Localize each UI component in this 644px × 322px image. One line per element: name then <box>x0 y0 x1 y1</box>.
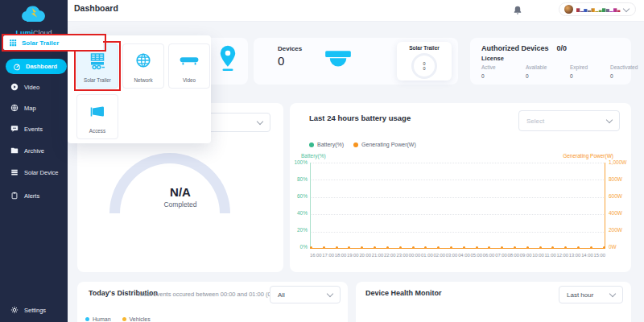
cloud-logo-icon <box>19 5 49 24</box>
sidebar-item-dashboard[interactable]: Dashboard <box>6 59 67 74</box>
health-select[interactable]: Last hour <box>559 286 623 303</box>
license-col-expired: Expired 0 <box>570 64 610 79</box>
sidebar-item-label: Settings <box>24 307 46 314</box>
devices-value: 0 <box>278 54 284 68</box>
sidebar-item-video[interactable]: Video <box>10 81 39 93</box>
x-axis-tick: 17:00 <box>322 253 334 258</box>
left-axis-tick: 100% <box>294 159 308 165</box>
menu-item-access[interactable]: Access <box>76 94 118 139</box>
data-point <box>399 246 402 249</box>
sidebar-item-events[interactable]: Events <box>10 123 43 134</box>
data-point <box>476 246 478 249</box>
legend-dot-orange <box>353 142 358 147</box>
x-axis-tick: 02:00 <box>433 253 445 258</box>
right-axis-tick: 1,000W <box>609 159 626 165</box>
chat-bubble-icon <box>10 125 19 133</box>
sidebar-item-label: Alerts <box>24 192 39 200</box>
data-point <box>348 246 350 249</box>
data-point <box>488 246 490 249</box>
x-axis-tick: 18:00 <box>335 253 347 258</box>
left-axis-tick: 60% <box>297 193 308 199</box>
play-circle-icon <box>10 83 19 91</box>
x-axis-tick: 00:00 <box>409 253 421 258</box>
user-account-menu[interactable]: ▆▂▅▃▆▂▄▆▅▂▆▄ <box>559 2 636 16</box>
sidebar-item-label: Solar Device <box>24 169 59 176</box>
right-axis-tick: 800W <box>609 176 622 182</box>
legend-item-vehicles[interactable]: Vehicles <box>122 316 151 322</box>
menu-item-label: Network <box>134 77 152 83</box>
chevron-down-icon <box>327 291 333 297</box>
gauge-caption: Completed <box>77 200 283 208</box>
legend-item-human[interactable]: Human <box>85 316 111 322</box>
left-axis-tick: 40% <box>297 210 308 216</box>
camera-dome-icon <box>323 50 353 71</box>
x-axis-tick: 03:00 <box>446 253 458 258</box>
chart-plot-area <box>310 163 605 249</box>
sidebar-item-map[interactable]: Map <box>10 102 36 114</box>
list-icon <box>10 168 19 176</box>
data-point <box>526 246 529 249</box>
data-point <box>361 246 363 249</box>
left-axis-tick: 80% <box>297 176 308 182</box>
col-label: Expired <box>570 64 610 70</box>
gridline <box>310 197 605 198</box>
right-axis-tick: 0W <box>609 244 617 250</box>
x-axis-tick: 09:00 <box>520 253 532 258</box>
sidebar-item-solar-device[interactable]: Solar Device <box>10 167 59 178</box>
menu-item-video[interactable]: Video <box>168 43 210 89</box>
left-axis-line <box>310 163 311 249</box>
select-value: All <box>278 291 285 299</box>
app-root: Dashboard ▆▂▅▃▆▂▄▆▅▂▆▄ LumiCloud Solar T… <box>0 0 644 322</box>
left-axis-ticks: 100%80%60%40%20%0% <box>290 159 308 250</box>
sidebar-item-alerts[interactable]: Alerts <box>10 190 39 201</box>
sidebar-item-archive[interactable]: Archive <box>10 145 44 156</box>
x-axis-tick: 21:00 <box>372 253 384 258</box>
devices-card: Devices 0 Solar Trailer 0 0 <box>254 38 458 85</box>
solar-trailer-icon <box>77 52 118 71</box>
x-axis-tick: 04:00 <box>458 253 470 258</box>
access-icon <box>77 102 118 122</box>
menu-item-solar-trailer[interactable]: Solar Trailer <box>76 43 118 89</box>
select-placeholder: Select <box>526 118 544 125</box>
x-axis-tick: 16:00 <box>310 253 322 258</box>
legend-label: Human <box>93 316 111 322</box>
app-switcher-trigger[interactable]: Solar Trailer <box>3 35 103 50</box>
menu-item-label: Video <box>183 77 196 83</box>
col-label: Active <box>481 64 526 70</box>
app-switcher-label: Solar Trailer <box>22 39 59 47</box>
app-switcher-menu: Solar Trailer Network Video Access <box>68 35 211 143</box>
chevron-down-icon <box>257 118 263 125</box>
data-points-row <box>310 246 605 249</box>
menu-item-network[interactable]: Network <box>122 43 164 89</box>
left-axis-tick: 0% <box>300 244 308 250</box>
gridline <box>310 214 605 215</box>
health-title: Device Health Monitor <box>365 289 442 297</box>
authorized-title: Authorized Devices <box>481 44 549 52</box>
x-axis-tick: 08:00 <box>508 253 520 258</box>
right-axis-tick: 200W <box>609 227 622 233</box>
chevron-down-icon <box>606 117 613 123</box>
left-axis-tick: 20% <box>297 227 308 233</box>
bell-icon[interactable] <box>512 5 523 16</box>
solar-trailer-badge[interactable]: Solar Trailer 0 0 <box>397 42 452 80</box>
x-axis-tick: 13:00 <box>569 253 581 258</box>
distribution-select[interactable]: All <box>270 286 341 303</box>
battery-card-title: Last 24 hours battery usage <box>309 114 411 122</box>
data-point <box>564 246 567 249</box>
license-label: License <box>481 55 504 62</box>
x-axis-tick: 22:00 <box>384 253 396 258</box>
avatar <box>564 5 573 14</box>
solar-trailer-ring: 0 0 <box>411 53 437 79</box>
brand-logo: LumiCloud <box>0 5 68 39</box>
sidebar-item-label: Map <box>24 105 36 112</box>
license-col-deactivated: Deactivated 0 <box>610 64 644 79</box>
ring-value-bottom: 0 <box>423 66 425 72</box>
data-point <box>450 246 452 249</box>
x-axis-tick: 06:00 <box>483 253 495 258</box>
battery-device-select[interactable]: Select <box>518 110 620 131</box>
legend-item-battery[interactable]: Battery(%) <box>309 142 344 147</box>
legend-item-generating-power[interactable]: Generating Power(W) <box>353 142 416 147</box>
sidebar-item-settings[interactable]: Settings <box>10 304 46 316</box>
data-point <box>590 246 592 249</box>
menu-item-label: Solar Trailer <box>84 77 111 83</box>
